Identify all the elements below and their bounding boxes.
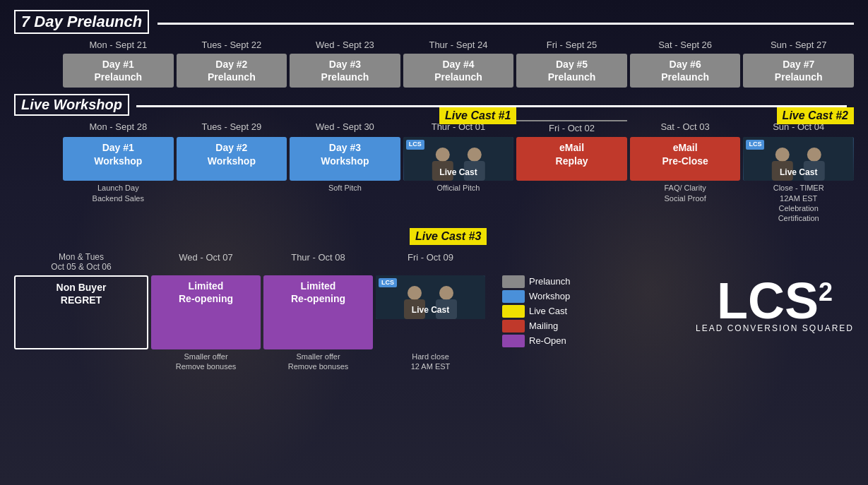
note-day1-workshop: Launch DayBackend Sales bbox=[63, 182, 174, 224]
lcs-logo-text: LCS2 bbox=[696, 275, 854, 326]
livecast3-label: Live Cast #3 bbox=[410, 228, 487, 245]
card-day6-prelaunch: Day #6Prelaunch bbox=[630, 54, 741, 88]
lcs-badge2: LCS bbox=[746, 140, 764, 150]
date-mon-sept21: Mon - Sept 21 bbox=[63, 38, 174, 52]
card-day3-prelaunch: Day #3Prelaunch bbox=[290, 54, 400, 88]
legend-mailing-text: Mailing bbox=[529, 321, 558, 331]
legend-livecast-box bbox=[502, 305, 525, 318]
card-limited-reopening1: LimitedRe-opening bbox=[151, 275, 261, 349]
legend-mailing-box bbox=[502, 320, 525, 333]
card-email-replay: eMailReplay bbox=[516, 137, 627, 181]
note-sun-oct04: Close - TIMER12AM ESTCelebrationCertific… bbox=[743, 182, 854, 224]
section2-header: Live Workshop bbox=[14, 94, 129, 116]
note-day2-workshop bbox=[177, 182, 287, 224]
card-day1-prelaunch: Day #1Prelaunch bbox=[63, 54, 174, 88]
card-day5-prelaunch: Day #5Prelaunch bbox=[516, 54, 627, 88]
date-tues-sept22: Tues - Sept 22 bbox=[177, 38, 287, 52]
section2-notes-row: Launch DayBackend Sales Soft Pitch Offic… bbox=[7, 182, 861, 224]
lcs-badge: LCS bbox=[406, 140, 424, 150]
section3-dates-row: Mon & TuesOct 05 & Oct 06 Wed - Oct 07 T… bbox=[7, 251, 861, 273]
note-fri-oct02 bbox=[516, 182, 627, 224]
date-sun-sept27: Sun - Sept 27 bbox=[743, 38, 854, 52]
note-thur-oct01: Official Pitch bbox=[403, 182, 514, 224]
lcs-logo: LCS2 LEAD CONVERSION SQUARED bbox=[696, 275, 854, 333]
note-nonbuyer bbox=[14, 351, 148, 373]
lcs-badge3: LCS bbox=[379, 278, 397, 288]
section3-cards-row: Non BuyerREGRET LimitedRe-opening Limite… bbox=[7, 275, 861, 349]
legend-workshop-box bbox=[502, 290, 525, 303]
date-fri-oct02: Fri - Oct 02 bbox=[516, 120, 627, 135]
section1-cards-row: Day #1Prelaunch Day #2Prelaunch Day #3Pr… bbox=[7, 54, 861, 88]
card-day7-prelaunch: Day #7Prelaunch bbox=[743, 54, 854, 88]
section1-dates-row: Mon - Sept 21 Tues - Sept 22 Wed - Sept … bbox=[7, 38, 861, 52]
card-day1-workshop: Day #1Workshop bbox=[63, 137, 174, 181]
note-thur-oct08: Smaller offerRemove bonuses bbox=[263, 351, 373, 373]
svg-point-11 bbox=[408, 286, 422, 300]
live-cast-label2: Live Cast bbox=[780, 167, 817, 179]
lcs-tagline: LEAD CONVERSION SQUARED bbox=[696, 323, 854, 333]
card-day2-workshop: Day #2Workshop bbox=[177, 137, 287, 181]
legend: Prelaunch Workshop Live Cast Mailing Re-… bbox=[502, 275, 571, 349]
date-sat-sept26: Sat - Sept 26 bbox=[630, 38, 741, 52]
note-day3-workshop: Soft Pitch bbox=[290, 182, 400, 224]
date-wed-oct07: Wed - Oct 07 bbox=[151, 251, 261, 273]
date-mon-tues-oct: Mon & TuesOct 05 & Oct 06 bbox=[14, 251, 148, 273]
note-wed-oct07: Smaller offerRemove bonuses bbox=[151, 351, 261, 373]
livecast2-label: Live Cast #2 bbox=[777, 107, 854, 124]
card-day4-prelaunch: Day #4Prelaunch bbox=[403, 54, 514, 88]
live-cast-label3: Live Cast bbox=[412, 305, 449, 316]
livecast1-label: Live Cast #1 bbox=[439, 107, 516, 124]
date-thur-oct08: Thur - Oct 08 bbox=[263, 251, 373, 273]
section3-notes-row: Smaller offerRemove bonuses Smaller offe… bbox=[7, 351, 861, 373]
svg-point-3 bbox=[467, 148, 481, 162]
lcs-superscript: 2 bbox=[819, 277, 833, 306]
date-thur-sept24: Thur - Sept 24 bbox=[403, 38, 514, 52]
date-wed-sept30: Wed - Sept 30 bbox=[290, 120, 400, 135]
card-limited-reopening2: LimitedRe-opening bbox=[263, 275, 373, 349]
card-email-preclose: eMailPre-Close bbox=[630, 137, 741, 181]
date-mon-sept28: Mon - Sept 28 bbox=[63, 120, 174, 135]
card-livecast1: LCS Live Cast bbox=[403, 137, 514, 181]
svg-point-8 bbox=[807, 148, 821, 162]
date-sat-oct03: Sat - Oct 03 bbox=[630, 120, 741, 135]
section1-timeline bbox=[157, 23, 854, 25]
date-fri-oct09: Fri - Oct 09 bbox=[376, 251, 485, 273]
note-fri-oct09: Hard close12 AM EST bbox=[376, 351, 485, 373]
legend-reopen-text: Re-Open bbox=[529, 335, 566, 346]
svg-point-6 bbox=[775, 148, 790, 162]
svg-point-1 bbox=[435, 148, 449, 162]
card-nonbuyer-regret: Non BuyerREGRET bbox=[14, 275, 148, 349]
card-day3-workshop: Day #3Workshop bbox=[290, 137, 400, 181]
legend-reopen-box bbox=[502, 335, 525, 347]
legend-workshop-text: Workshop bbox=[529, 291, 570, 301]
card-livecast2: LCS Live Cast bbox=[743, 137, 854, 181]
note-sat-oct03: FAQ/ ClaritySocial Proof bbox=[630, 182, 741, 224]
date-fri-sept25: Fri - Sept 25 bbox=[516, 38, 627, 52]
section2-cards-row: Day #1Workshop Day #2Workshop Day #3Work… bbox=[7, 137, 861, 181]
legend-prelaunch-text: Prelaunch bbox=[529, 276, 571, 287]
card-livecast3: LCS Live Cast bbox=[376, 275, 485, 349]
section1-header: 7 Day Prelaunch bbox=[14, 10, 149, 34]
date-tues-sept29: Tues - Sept 29 bbox=[177, 120, 287, 135]
live-cast-label1: Live Cast bbox=[439, 167, 477, 179]
svg-point-13 bbox=[439, 286, 453, 300]
legend-prelaunch-box bbox=[502, 275, 525, 288]
date-wed-sept23: Wed - Sept 23 bbox=[290, 38, 400, 52]
legend-livecast-text: Live Cast bbox=[529, 306, 567, 316]
card-day2-prelaunch: Day #2Prelaunch bbox=[177, 54, 287, 88]
